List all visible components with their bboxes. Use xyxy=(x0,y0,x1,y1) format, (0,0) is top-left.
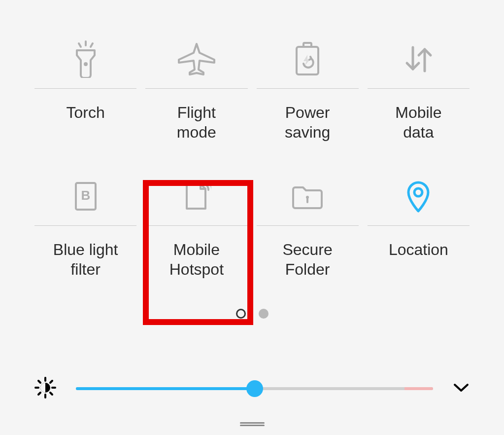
torch-label: Torch xyxy=(67,103,105,122)
secure-folder-tile[interactable]: Secure Folder xyxy=(257,167,359,279)
blue-light-filter-tile[interactable]: B Blue light filter xyxy=(34,167,136,279)
mobile-data-label: Mobile data xyxy=(395,103,441,142)
location-pin-icon xyxy=(368,167,470,226)
mobile-hotspot-label: Mobile Hotspot xyxy=(169,240,224,279)
battery-recycle-icon xyxy=(257,30,359,89)
torch-icon xyxy=(34,30,136,89)
secure-folder-icon xyxy=(257,167,359,226)
svg-line-2 xyxy=(91,43,93,47)
data-arrows-icon xyxy=(368,30,470,89)
page-dot-1[interactable] xyxy=(236,309,246,319)
brightness-slider[interactable] xyxy=(76,381,433,396)
svg-text:B: B xyxy=(81,188,90,203)
location-tile[interactable]: Location xyxy=(368,167,470,279)
svg-line-20 xyxy=(38,393,40,395)
brightness-control xyxy=(34,377,470,400)
svg-point-12 xyxy=(414,188,422,196)
expand-chevron-icon[interactable] xyxy=(453,383,470,395)
hotspot-icon xyxy=(145,167,247,226)
svg-rect-5 xyxy=(303,43,311,47)
brightness-icon xyxy=(34,377,56,400)
power-saving-label: Power saving xyxy=(285,103,331,142)
secure-folder-label: Secure Folder xyxy=(282,240,332,279)
location-label: Location xyxy=(389,240,448,259)
svg-line-1 xyxy=(79,43,81,47)
quick-settings-grid: Torch Flight mode Power saving xyxy=(0,0,504,279)
page-dot-2[interactable] xyxy=(259,309,269,319)
svg-line-19 xyxy=(50,393,52,395)
svg-line-21 xyxy=(50,381,52,383)
blue-light-label: Blue light filter xyxy=(53,240,118,279)
panel-drag-handle[interactable] xyxy=(240,422,265,426)
svg-point-3 xyxy=(84,62,88,66)
torch-tile[interactable]: Torch xyxy=(34,30,136,142)
airplane-icon xyxy=(145,30,247,89)
blue-light-icon: B xyxy=(34,167,136,226)
flight-mode-tile[interactable]: Flight mode xyxy=(145,30,247,142)
mobile-data-tile[interactable]: Mobile data xyxy=(368,30,470,142)
flight-mode-label: Flight mode xyxy=(177,103,216,142)
page-indicator[interactable] xyxy=(0,309,504,319)
power-saving-tile[interactable]: Power saving xyxy=(257,30,359,142)
svg-line-18 xyxy=(38,381,40,383)
mobile-hotspot-tile[interactable]: Mobile Hotspot xyxy=(145,167,247,279)
